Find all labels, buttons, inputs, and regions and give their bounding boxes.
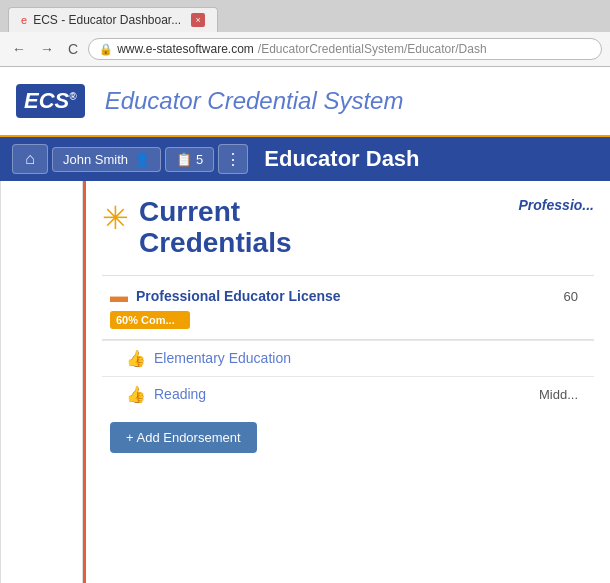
endorsement-name-1[interactable]: Elementary Education [154,350,291,366]
back-button[interactable]: ← [8,39,30,59]
endorsement-row-2: 👍 Reading Midd... [102,376,594,412]
more-menu-button[interactable]: ⋮ [218,144,248,174]
notifications-icon: 📋 [176,152,192,167]
notifications-count: 5 [196,152,203,167]
browser-chrome: e ECS - Educator Dashboar... × ← → C 🔒 w… [0,0,610,67]
app-header: ECS Educator Credential System [0,67,610,137]
sidebar-left [0,181,83,583]
endorsement-level-2: Midd... [539,387,586,402]
license-info: ▬ Professional Educator License 60 [110,286,586,307]
add-endorsement-button[interactable]: + Add Endorsement [110,422,257,453]
logo-badge: ECS [16,84,85,118]
tab-close-btn[interactable]: × [191,13,205,27]
progress-text: 60% Com... [116,314,175,326]
endorsement-item-1: 👍 Elementary Education [102,340,594,376]
forward-button[interactable]: → [36,39,58,59]
license-name[interactable]: Professional Educator License [136,288,341,304]
endorsement-cell-2: 👍 Reading Midd... [102,376,594,412]
tab-favicon: e [21,14,27,26]
progress-bar: 60% Com... [110,311,190,329]
logo-area: ECS [16,84,85,118]
endorsement-item-2: 👍 Reading Midd... [102,376,594,412]
license-icon: ▬ [110,286,128,307]
endorsement-name-2[interactable]: Reading [154,386,206,402]
credentials-header: ✳ Current Credentials Professio... [102,197,594,259]
credentials-title-line1: Current [139,196,240,227]
app-title: Educator Credential System [105,87,404,115]
credentials-title-line2: Credentials [139,227,292,258]
credential-table: ▬ Professional Educator License 60 60% C… [102,275,594,412]
license-cell: ▬ Professional Educator License 60 60% C… [102,275,594,339]
refresh-button[interactable]: C [64,39,82,59]
tab-bar: e ECS - Educator Dashboar... × [0,0,610,32]
nav-bar: ⌂ John Smith 👤 📋 5 ⋮ Educator Dash [0,137,610,181]
address-bar-row: ← → C 🔒 www.e-statesoftware.com /Educato… [0,32,610,66]
secure-icon: 🔒 [99,43,113,56]
user-menu-button[interactable]: John Smith 👤 [52,147,161,172]
endorsement-cell-1: 👍 Elementary Education [102,339,594,376]
active-tab[interactable]: e ECS - Educator Dashboar... × [8,7,218,32]
page-title: Educator Dash [264,146,419,172]
notifications-button[interactable]: 📋 5 [165,147,214,172]
tab-title: ECS - Educator Dashboar... [33,13,181,27]
address-path: /EducatorCredentialSystem/Educator/Dash [258,42,487,56]
address-domain: www.e-statesoftware.com [117,42,254,56]
sun-icon: ✳ [102,199,129,237]
main-content: ✳ Current Credentials Professio... ▬ Pro… [0,181,610,583]
home-button[interactable]: ⌂ [12,144,48,174]
endorsement-icon-2: 👍 [126,385,146,404]
user-name: John Smith [63,152,128,167]
credentials-title: Current Credentials [139,197,292,259]
license-number: 60 [564,289,586,304]
endorsement-row-1: 👍 Elementary Education [102,339,594,376]
credentials-title-area: ✳ Current Credentials [102,197,292,259]
professional-column-label: Professio... [519,197,594,213]
license-row: ▬ Professional Educator License 60 60% C… [102,275,594,339]
endorsement-icon-1: 👍 [126,349,146,368]
address-bar[interactable]: 🔒 www.e-statesoftware.com /EducatorCrede… [88,38,602,60]
content-area: ✳ Current Credentials Professio... ▬ Pro… [86,181,610,583]
user-icon: 👤 [134,152,150,167]
